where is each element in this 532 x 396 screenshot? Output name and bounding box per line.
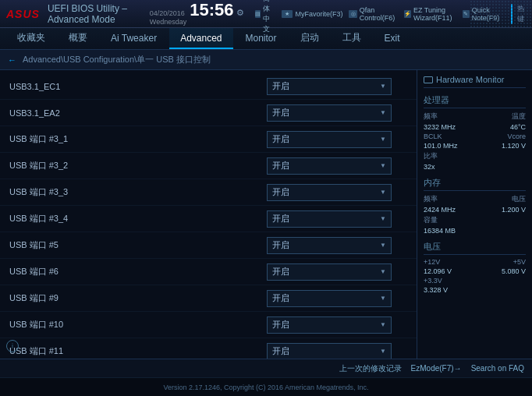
back-arrow[interactable]: ← <box>8 55 16 65</box>
setting-label-usb-port-31: USB 端口 #3_1 <box>9 133 267 145</box>
tab-ai-tweaker[interactable]: Ai Tweaker <box>100 28 168 49</box>
hw-freq-val-row: 3232 MHz 46°C <box>424 123 526 131</box>
chevron-down-icon: ▼ <box>380 268 386 275</box>
shortcut-eztuning[interactable]: ⚡ EZ Tuning Wizard(F11) <box>404 6 456 22</box>
hw-v12-label: +12V <box>424 258 440 266</box>
setting-row-usb-port-9: USB 端口 #9 开启 ▼ <box>0 285 417 312</box>
hw-vcore-value: 1.120 V <box>502 142 526 150</box>
hw-bclk-label: BCLK <box>424 133 442 140</box>
tuning-icon: ⚡ <box>404 10 411 18</box>
dropdown-usb-port-5[interactable]: 开启 ▼ <box>267 237 392 254</box>
dropdown-usb-port-9[interactable]: 开启 ▼ <box>267 290 392 307</box>
setting-label-usb-port-34: USB 端口 #3_4 <box>9 213 267 225</box>
bios-title: UEFI BIOS Utility – Advanced Mode <box>48 3 139 25</box>
hw-mem-volt-label: 电压 <box>512 194 526 204</box>
dropdown-usb-port-32[interactable]: 开启 ▼ <box>267 157 392 175</box>
hw-ratio-row: 比率 <box>424 151 526 161</box>
shortcut-myfavorite[interactable]: ★ MyFavorite(F3) <box>282 10 342 18</box>
hw-mem-size-val-row: 16384 MB <box>424 227 526 235</box>
hw-v12-value: 12.096 V <box>424 267 452 275</box>
setting-control-usb-port-33: 开启 ▼ <box>267 184 407 201</box>
setting-label-usb31-ec1: USB3.1_EC1 <box>9 82 267 91</box>
decorative-dots <box>470 0 532 28</box>
time-block: 04/20/2016Wednesday 15:56 ⚙ <box>150 2 245 27</box>
chevron-down-icon: ▼ <box>380 109 386 116</box>
hw-temp-label: 温度 <box>512 111 526 122</box>
asus-logo: ASUS <box>6 8 40 20</box>
tab-advanced[interactable]: Advanced <box>169 28 232 49</box>
dropdown-usb-port-31[interactable]: 开启 ▼ <box>267 131 392 148</box>
hw-v5-label: +5V <box>513 258 526 266</box>
chevron-down-icon: ▼ <box>380 189 386 196</box>
setting-row-usb-port-5: USB 端口 #5 开启 ▼ <box>0 232 417 259</box>
tab-overview[interactable]: 概要 <box>58 28 98 49</box>
search-faq-button[interactable]: Search on FAQ <box>471 364 524 373</box>
hw-mem-size-value: 16384 MB <box>424 227 456 235</box>
setting-control-usb-port-6: 开启 ▼ <box>267 263 407 281</box>
info-icon[interactable]: i <box>6 340 19 352</box>
dropdown-usb31-ea2[interactable]: 开启 ▼ <box>267 104 392 122</box>
breadcrumb-text: Advanced\USB Configuration\单一 USB 接口控制 <box>23 54 211 65</box>
dropdown-usb-port-6[interactable]: 开启 ▼ <box>267 263 392 281</box>
copyright-text: Version 2.17.1246, Copyright (C) 2016 Am… <box>163 384 368 391</box>
hw-ratio-val-row: 32x <box>424 163 526 171</box>
language-icon: ▤ <box>255 10 261 18</box>
dropdown-usb-port-33[interactable]: 开启 ▼ <box>267 184 392 201</box>
tab-favorites[interactable]: 收藏夹 <box>6 28 56 49</box>
setting-row-usb-port-31: USB 端口 #3_1 开启 ▼ <box>0 126 417 153</box>
setting-row-usb-port-11: USB 端口 #11 开启 ▼ <box>0 338 417 359</box>
setting-control-usb-port-11: 开启 ▼ <box>267 343 407 359</box>
hw-mem-volt-value: 1.200 V <box>502 206 526 214</box>
hw-bclk-row: BCLK Vcore <box>424 133 526 140</box>
chevron-down-icon: ▼ <box>380 321 386 328</box>
setting-control-usb-port-32: 开启 ▼ <box>267 157 407 175</box>
settings-icon[interactable]: ⚙ <box>236 8 244 18</box>
hw-freq-value: 3232 MHz <box>424 123 456 131</box>
dropdown-usb-port-11[interactable]: 开启 ▼ <box>267 343 392 359</box>
dropdown-usb-port-10[interactable]: 开启 ▼ <box>267 316 392 334</box>
hw-mem-freq-label: 频率 <box>424 194 438 204</box>
hw-freq-row: 频率 温度 <box>424 111 526 122</box>
hw-bclk-val-row: 101.0 MHz 1.120 V <box>424 142 526 150</box>
ez-mode-button[interactable]: EzMode(F7)→ <box>411 364 462 373</box>
fan-icon: ◎ <box>349 10 356 18</box>
setting-control-usb-port-31: 开启 ▼ <box>267 131 407 148</box>
setting-control-usb-port-34: 开启 ▼ <box>267 210 407 228</box>
setting-row-usb-port-33: USB 端口 #3_3 开启 ▼ <box>0 179 417 206</box>
setting-label-usb-port-9: USB 端口 #9 <box>9 292 267 304</box>
chevron-down-icon: ▼ <box>380 215 386 222</box>
hw-vcore-label: Vcore <box>507 133 526 140</box>
setting-label-usb31-ea2: USB3.1_EA2 <box>9 108 267 118</box>
tab-tools[interactable]: 工具 <box>332 28 372 49</box>
setting-control-usb-port-5: 开启 ▼ <box>267 237 407 254</box>
hw-mem-freq-value: 2424 MHz <box>424 206 456 214</box>
hw-temp-value: 46°C <box>510 123 526 131</box>
hw-freq-label: 频率 <box>424 111 438 122</box>
dropdown-usb31-ec1[interactable]: 开启 ▼ <box>267 78 392 95</box>
last-change-button[interactable]: 上一次的修改记录 <box>339 363 402 374</box>
setting-row-usb-port-32: USB 端口 #3_2 开启 ▼ <box>0 153 417 179</box>
shortcut-qfan[interactable]: ◎ Qfan Control(F6) <box>349 6 398 22</box>
hw-v33-label: +3.3V <box>424 277 442 285</box>
setting-control-usb31-ea2: 开启 ▼ <box>267 104 407 122</box>
tab-monitor[interactable]: Monitor <box>235 28 288 49</box>
tab-boot[interactable]: 启动 <box>289 28 330 49</box>
hw-mem-freq-row: 频率 电压 <box>424 194 526 204</box>
setting-label-usb-port-11: USB 端口 #11 <box>9 345 267 357</box>
main-area: USB3.1_EC1 开启 ▼ USB3.1_EA2 开启 ▼ USB 端口 #… <box>0 70 532 359</box>
copyright-bar: Version 2.17.1246, Copyright (C) 2016 Am… <box>0 377 532 396</box>
setting-label-usb-port-32: USB 端口 #3_2 <box>9 160 267 171</box>
hw-processor-section: 处理器 频率 温度 3232 MHz 46°C BCLK Vcore 101.0… <box>424 94 526 171</box>
setting-row-usb-port-34: USB 端口 #3_4 开启 ▼ <box>0 206 417 232</box>
hw-processor-title: 处理器 <box>424 94 526 108</box>
hw-ratio-value: 32x <box>424 163 435 171</box>
setting-row-usb-port-10: USB 端口 #10 开启 ▼ <box>0 312 417 338</box>
hw-voltage-title: 电压 <box>424 241 526 255</box>
hw-bclk-value: 101.0 MHz <box>424 142 458 150</box>
setting-row-usb31-ec1: USB3.1_EC1 开启 ▼ <box>0 73 417 100</box>
dropdown-usb-port-34[interactable]: 开启 ▼ <box>267 210 392 228</box>
tab-exit[interactable]: Exit <box>374 28 411 49</box>
chevron-down-icon: ▼ <box>380 295 386 302</box>
monitor-icon <box>424 76 433 83</box>
setting-label-usb-port-6: USB 端口 #6 <box>9 266 267 278</box>
